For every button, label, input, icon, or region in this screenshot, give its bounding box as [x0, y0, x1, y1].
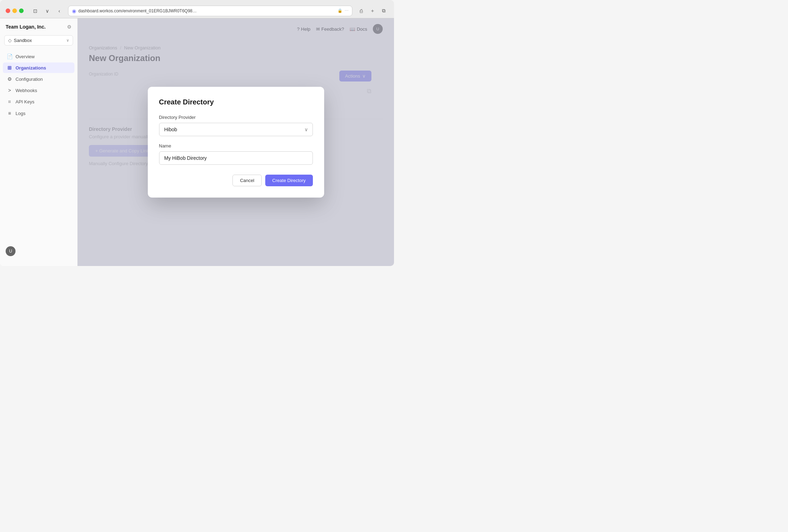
minimize-button[interactable]	[12, 8, 17, 13]
chevron-down-icon: ∨	[66, 38, 69, 43]
traffic-lights	[6, 8, 24, 13]
sidebar-item-overview[interactable]: 📄 Overview	[3, 51, 74, 62]
cancel-button[interactable]: Cancel	[232, 175, 261, 186]
url-text: dashboard.workos.com/environment_01ERG1B…	[78, 8, 335, 13]
sidebar-footer: U	[0, 242, 77, 260]
sidebar-item-label: Webhooks	[16, 88, 37, 93]
more-icon: ⋯	[345, 8, 348, 13]
sidebar-toggle-button[interactable]: ⊡	[31, 6, 40, 16]
name-form-group: Name	[159, 143, 313, 165]
provider-form-group: Directory Provider Hibob Okta Azure AD G…	[159, 115, 313, 136]
sidebar-item-label: Logs	[16, 111, 25, 116]
sandbox-icon: ◇	[8, 38, 12, 43]
user-avatar[interactable]: U	[6, 246, 16, 256]
modal-title: Create Directory	[159, 98, 313, 106]
windows-button[interactable]: ⧉	[379, 6, 388, 16]
browser-actions: ⎙ ＋ ⧉	[357, 6, 388, 16]
terminal-icon: >	[6, 87, 13, 93]
configuration-icon: ⚙	[6, 76, 13, 82]
logs-icon: ≡	[6, 110, 13, 116]
main-content: ? Help ✉ Feedback? 📖 Docs U Organization…	[78, 18, 394, 266]
sidebar-item-organizations[interactable]: ⊞ Organizations	[3, 62, 74, 73]
overview-icon: 📄	[6, 54, 13, 59]
sidebar-nav: 📄 Overview ⊞ Organizations ⚙ Configurati…	[0, 51, 77, 119]
new-tab-button[interactable]: ＋	[368, 6, 377, 16]
sidebar-item-configuration[interactable]: ⚙ Configuration	[3, 74, 74, 84]
modal-actions: Cancel Create Directory	[159, 175, 313, 186]
organizations-icon: ⊞	[6, 65, 13, 71]
name-label: Name	[159, 143, 313, 149]
modal-overlay[interactable]: Create Directory Directory Provider Hibo…	[78, 18, 394, 266]
sidebar-item-label: Overview	[16, 54, 35, 59]
sidebar-item-label: Organizations	[16, 65, 46, 71]
environment-label: Sandbox	[14, 38, 32, 43]
sidebar-header: Team Logan, Inc. ⚙	[0, 24, 77, 35]
create-directory-button[interactable]: Create Directory	[265, 175, 313, 186]
gear-icon[interactable]: ⚙	[67, 24, 72, 30]
close-button[interactable]	[6, 8, 10, 13]
sidebar-item-api-keys[interactable]: ⌗ API Keys	[3, 96, 74, 107]
provider-label: Directory Provider	[159, 115, 313, 120]
sidebar-item-logs[interactable]: ≡ Logs	[3, 108, 74, 119]
team-name: Team Logan, Inc.	[6, 24, 46, 30]
sidebar-item-label: Configuration	[16, 77, 43, 82]
workos-icon: ◉	[72, 8, 76, 14]
address-bar[interactable]: ◉ dashboard.workos.com/environment_01ERG…	[68, 6, 352, 16]
sidebar-item-label: API Keys	[16, 99, 34, 104]
api-key-icon: ⌗	[6, 99, 13, 105]
app-container: Team Logan, Inc. ⚙ ◇ Sandbox ∨ 📄 Overvie…	[0, 18, 394, 266]
lock-icon: 🔒	[338, 8, 343, 13]
create-directory-modal: Create Directory Directory Provider Hibo…	[148, 87, 324, 198]
environment-selector[interactable]: ◇ Sandbox ∨	[4, 35, 73, 46]
provider-select-wrapper: Hibob Okta Azure AD Google Workspace One…	[159, 123, 313, 136]
browser-chrome: ⊡ ∨ ‹ ◉ dashboard.workos.com/environment…	[0, 0, 394, 18]
name-input[interactable]	[159, 151, 313, 165]
sidebar-item-webhooks[interactable]: > Webhooks	[3, 85, 74, 96]
sidebar: Team Logan, Inc. ⚙ ◇ Sandbox ∨ 📄 Overvie…	[0, 18, 78, 266]
back-button[interactable]: ‹	[55, 6, 64, 16]
browser-controls: ⊡ ∨ ‹	[31, 6, 64, 16]
provider-select[interactable]: Hibob Okta Azure AD Google Workspace One…	[159, 123, 313, 136]
maximize-button[interactable]	[19, 8, 24, 13]
chevron-down-button[interactable]: ∨	[43, 6, 52, 16]
share-button[interactable]: ⎙	[357, 6, 366, 16]
